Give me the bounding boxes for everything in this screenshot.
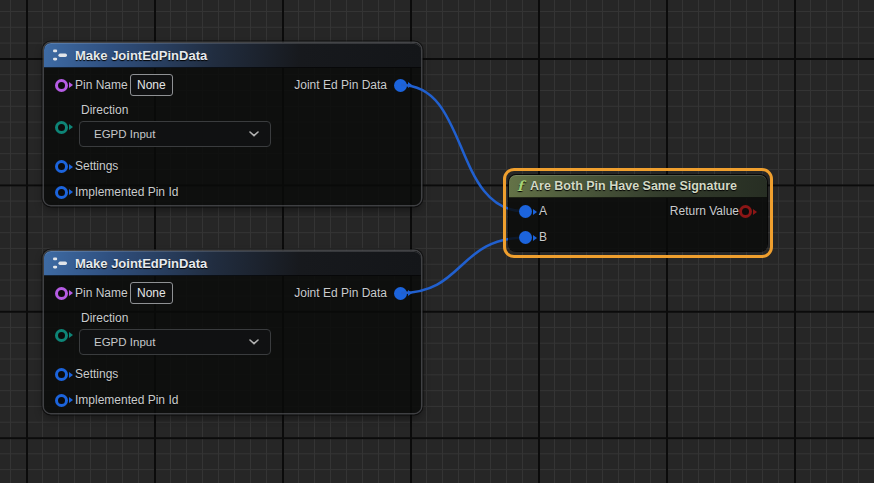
pin-circle [55, 329, 68, 342]
pin-name-field[interactable]: None [130, 74, 173, 96]
pin-circle [55, 160, 68, 173]
direction-label: Direction [81, 103, 128, 118]
implemented-pin-id-input-pin[interactable] [55, 394, 73, 407]
function-icon: f [517, 178, 523, 194]
node-title: Make JointEdPinData [75, 48, 207, 63]
a-input-pin[interactable] [519, 205, 537, 218]
node-header[interactable]: Make JointEdPinData [44, 251, 421, 276]
pin-circle [519, 205, 532, 218]
direction-dropdown-value: EGPD Input [94, 336, 155, 348]
selection-outline: f Are Both Pin Have Same Signature A B R… [503, 168, 773, 258]
node-header[interactable]: f Are Both Pin Have Same Signature [509, 175, 767, 198]
pin-arrow-icon [69, 164, 73, 170]
pin-name-input-pin[interactable] [55, 79, 73, 92]
settings-label: Settings [75, 367, 118, 382]
direction-input-pin[interactable] [55, 329, 73, 342]
joint-ed-pin-data-output-pin[interactable] [394, 287, 412, 300]
joint-ed-pin-data-output-pin[interactable] [394, 79, 412, 92]
pin-arrow-icon [69, 372, 73, 378]
pin-arrow-icon [753, 209, 757, 215]
settings-input-pin[interactable] [55, 368, 73, 381]
blueprint-graph-canvas[interactable]: Make JointEdPinData Pin Name None Direct… [0, 0, 874, 483]
node-make-jointedpindata-2[interactable]: Make JointEdPinData Pin Name None Direct… [44, 251, 421, 413]
node-header[interactable]: Make JointEdPinData [44, 43, 421, 68]
direction-dropdown[interactable]: EGPD Input [79, 121, 271, 147]
output-pin-label: Joint Ed Pin Data [294, 78, 387, 93]
implemented-pin-id-label: Implemented Pin Id [75, 185, 178, 200]
pin-arrow-icon [69, 397, 73, 403]
pin-circle [394, 287, 407, 300]
b-pin-label: B [539, 230, 547, 245]
pin-arrow-icon [533, 235, 537, 241]
pin-name-label: Pin Name [75, 286, 128, 301]
pin-circle [55, 186, 68, 199]
direction-dropdown-value: EGPD Input [94, 128, 155, 140]
settings-input-pin[interactable] [55, 160, 73, 173]
pin-arrow-icon [533, 209, 537, 215]
pin-circle [55, 79, 68, 92]
pin-circle [55, 121, 68, 134]
return-value-label: Return Value [670, 204, 739, 219]
chevron-down-icon [249, 131, 259, 137]
direction-dropdown[interactable]: EGPD Input [79, 329, 271, 355]
pin-arrow-icon [69, 290, 73, 296]
pin-arrow-icon [408, 82, 412, 88]
pin-arrow-icon [408, 290, 412, 296]
node-make-jointedpindata-1[interactable]: Make JointEdPinData Pin Name None Direct… [44, 43, 421, 205]
pin-circle [55, 394, 68, 407]
make-struct-icon [52, 256, 68, 270]
pin-circle [739, 205, 752, 218]
pin-arrow-icon [69, 124, 73, 130]
pin-circle [55, 368, 68, 381]
a-pin-label: A [539, 204, 547, 219]
implemented-pin-id-label: Implemented Pin Id [75, 393, 178, 408]
direction-label: Direction [81, 311, 128, 326]
pin-circle [394, 79, 407, 92]
node-title: Make JointEdPinData [75, 256, 207, 271]
return-value-output-pin[interactable] [739, 205, 757, 218]
direction-input-pin[interactable] [55, 121, 73, 134]
b-input-pin[interactable] [519, 231, 537, 244]
pin-arrow-icon [69, 82, 73, 88]
pin-arrow-icon [69, 189, 73, 195]
pin-circle [519, 231, 532, 244]
pin-arrow-icon [69, 332, 73, 338]
node-are-both-pin-have-same-signature[interactable]: f Are Both Pin Have Same Signature A B R… [509, 175, 767, 251]
chevron-down-icon [249, 339, 259, 345]
implemented-pin-id-input-pin[interactable] [55, 186, 73, 199]
pin-name-field[interactable]: None [130, 282, 173, 304]
output-pin-label: Joint Ed Pin Data [294, 286, 387, 301]
pin-circle [55, 287, 68, 300]
node-title: Are Both Pin Have Same Signature [530, 179, 737, 193]
pin-name-label: Pin Name [75, 78, 128, 93]
pin-name-input-pin[interactable] [55, 287, 73, 300]
make-struct-icon [52, 48, 68, 62]
settings-label: Settings [75, 159, 118, 174]
